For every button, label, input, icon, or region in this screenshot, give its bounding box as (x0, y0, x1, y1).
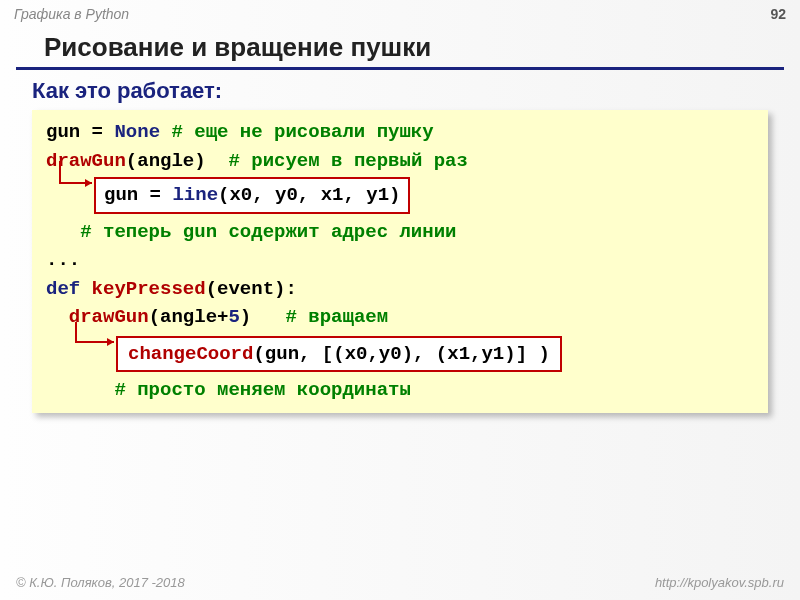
code-line: ... (46, 246, 758, 275)
code-number: 5 (228, 306, 239, 328)
inset-box: changeCoord(gun, [(x0,y0), (x1,y1)] ) (116, 336, 562, 373)
code-line: def keyPressed(event): (46, 275, 758, 304)
code-keyword: def (46, 278, 92, 300)
code-text: (angle) (126, 150, 206, 172)
code-func: keyPressed (92, 278, 206, 300)
code-text: (gun, [(x0,y0), (x1,y1)] ) (253, 343, 549, 365)
code-text: (event): (206, 278, 297, 300)
code-line: drawGun(angle+5) # вращаем (46, 303, 758, 332)
code-keyword: None (114, 121, 160, 143)
code-comment: # вращаем (251, 306, 388, 328)
code-text: ) (240, 306, 251, 328)
code-block: gun = None # еще не рисовали пушку drawG… (32, 110, 768, 413)
code-line: drawGun(angle) # рисуем в первый раз (46, 147, 758, 176)
slide-subtitle: Как это работает: (0, 78, 800, 110)
header: Графика в Python 92 (0, 0, 800, 24)
code-func: changeCoord (128, 343, 253, 365)
code-comment: # теперь gun содержит адрес линии (46, 221, 456, 243)
slide-title: Рисование и вращение пушки (16, 24, 784, 70)
footer-url: http://kpolyakov.spb.ru (655, 575, 784, 590)
footer: © К.Ю. Поляков, 2017 -2018 http://kpolya… (0, 575, 800, 590)
code-line: gun = line(x0, y0, x1, y1) (46, 177, 758, 214)
code-comment: # еще не рисовали пушку (160, 121, 434, 143)
code-text: ... (46, 249, 80, 271)
code-line: # теперь gun содержит адрес линии (46, 218, 758, 247)
code-comment: # рисуем в первый раз (206, 150, 468, 172)
code-line: # просто меняем координаты (46, 376, 758, 405)
code-text: gun = (104, 184, 172, 206)
code-text: (angle+ (149, 306, 229, 328)
inset-box: gun = line(x0, y0, x1, y1) (94, 177, 410, 214)
code-func: line (172, 184, 218, 206)
code-text: (x0, y0, x1, y1) (218, 184, 400, 206)
code-text: gun = (46, 121, 114, 143)
code-line: changeCoord(gun, [(x0,y0), (x1,y1)] ) (46, 336, 758, 373)
code-comment: # просто меняем координаты (46, 379, 411, 401)
code-func: drawGun (46, 306, 149, 328)
header-topic: Графика в Python (14, 6, 129, 22)
code-func: drawGun (46, 150, 126, 172)
page-number: 92 (770, 6, 786, 22)
footer-copyright: © К.Ю. Поляков, 2017 -2018 (16, 575, 185, 590)
code-line: gun = None # еще не рисовали пушку (46, 118, 758, 147)
